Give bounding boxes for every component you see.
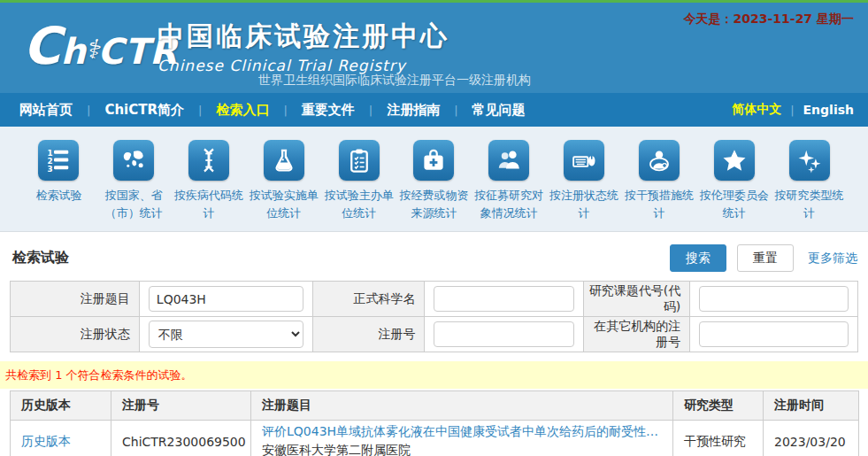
star-icon xyxy=(714,140,755,181)
reg-status-label: 注册状态 xyxy=(11,317,140,352)
table-row: 历史版本 ChiCTR2300069500 评价LQ043H单域抗体雾化液在中国… xyxy=(11,421,859,456)
site-header: 今天是：2023-11-27 星期一 Ch⚕CTR 中国临床试验注册中心 Chi… xyxy=(0,3,868,93)
search-button[interactable]: 搜索 xyxy=(670,244,726,272)
registration-date: 2023/03/20 xyxy=(764,421,859,456)
results-header-row: 历史版本 注册号 注册题目 研究类型 注册时间 xyxy=(11,391,859,421)
other-reg-number-input[interactable] xyxy=(699,321,849,347)
tool-stats-by-country[interactable]: 按国家、省（市）统计 xyxy=(96,140,172,231)
col-title-header: 注册题目 xyxy=(251,391,673,421)
nav-faq[interactable]: 常见问题 xyxy=(467,102,531,119)
medical-bag-icon xyxy=(413,140,454,181)
who-registry-subtitle: 世界卫生组织国际临床试验注册平台一级注册机构 xyxy=(258,73,531,89)
tool-stats-by-recruitment-status[interactable]: 按征募研究对象情况统计 xyxy=(472,140,547,231)
trial-title-link[interactable]: 评价LQ043H单域抗体雾化液在中国健康受试者中单次给药后的耐受性、安全性、..… xyxy=(262,424,665,440)
numbered-list-icon: 123 xyxy=(38,140,79,181)
reset-button[interactable]: 重置 xyxy=(737,244,794,272)
nav-separator: | xyxy=(369,104,373,117)
nav-documents[interactable]: 重要文件 xyxy=(296,102,360,119)
main-nav: 网站首页 | ChiCTR简介 | 检索入口 | 重要文件 | 注册指南 | 常… xyxy=(0,93,868,127)
reg-status-select[interactable]: 不限 xyxy=(149,321,303,348)
study-type: 干预性研究 xyxy=(673,421,764,456)
reg-title-label: 注册题目 xyxy=(11,282,140,317)
tool-stats-by-sponsor-unit[interactable]: 按试验主办单位统计 xyxy=(321,140,396,231)
chictr-logo[interactable]: Ch⚕CTR xyxy=(23,20,178,72)
tool-stats-by-funding-source[interactable]: 按经费或物资来源统计 xyxy=(396,140,472,231)
site-title-block: 中国临床试验注册中心 Chinese Clinical Trial Regist… xyxy=(157,19,449,74)
project-code-label: 研究课题代号(代码) xyxy=(584,282,690,317)
col-regdate-header: 注册时间 xyxy=(764,391,859,421)
search-form: 注册题目 正式科学名 研究课题代号(代码) 注册状态 不限 注册号 在其它机构的… xyxy=(10,281,858,352)
lang-english[interactable]: English xyxy=(803,103,854,117)
keyboard-mouse-icon xyxy=(564,140,604,181)
history-version-link[interactable]: 历史版本 xyxy=(21,434,71,448)
tool-stats-by-study-type[interactable]: 按研究类型统计 xyxy=(772,140,847,231)
lang-simplified-chinese[interactable]: 简体中文 xyxy=(732,102,781,118)
nav-guide[interactable]: 注册指南 xyxy=(381,102,445,119)
search-section-header: 检索试验 搜索 重置 更多筛选 xyxy=(0,232,868,279)
reg-number-input[interactable] xyxy=(434,321,574,347)
result-count-banner: 共检索到 1 个符合检索条件的试验。 xyxy=(0,361,868,389)
sci-name-label: 正式科学名 xyxy=(312,282,425,317)
reg-title-input[interactable] xyxy=(149,286,303,312)
nav-separator: | xyxy=(198,104,202,117)
project-code-input[interactable] xyxy=(699,286,849,312)
nav-search-entry[interactable]: 检索入口 xyxy=(211,102,274,119)
nav-separator: | xyxy=(790,104,794,117)
today-date: 今天是：2023-11-27 星期一 xyxy=(684,12,854,27)
results-table: 历史版本 注册号 注册题目 研究类型 注册时间 历史版本 ChiCTR23000… xyxy=(10,390,859,456)
svg-text:3: 3 xyxy=(48,165,53,174)
clipboard-icon xyxy=(339,140,380,181)
col-history-header: 历史版本 xyxy=(11,391,111,421)
nav-about[interactable]: ChiCTR简介 xyxy=(99,102,189,119)
site-title-cn: 中国临床试验注册中心 xyxy=(157,19,449,55)
search-section-title: 检索试验 xyxy=(12,249,69,267)
tool-stats-by-registration-status[interactable]: 按注册状态统计 xyxy=(547,140,622,231)
dna-icon xyxy=(188,140,229,181)
statistics-toolbar: 123 检索试验 按国家、省（市）统计 按疾病代码统计 按试验实施单位统计 按试… xyxy=(0,127,868,232)
trial-institution: 安徽医科大学第二附属医院 xyxy=(262,443,665,456)
nav-separator: | xyxy=(283,104,287,117)
col-regno-header: 注册号 xyxy=(111,391,251,421)
flask-icon xyxy=(264,140,304,181)
nav-separator: | xyxy=(454,104,457,117)
people-icon xyxy=(488,140,529,181)
reg-number-label: 注册号 xyxy=(312,317,425,352)
sci-name-input[interactable] xyxy=(434,286,574,312)
other-reg-number-label: 在其它机构的注册号 xyxy=(584,317,690,352)
nav-home[interactable]: 网站首页 xyxy=(14,102,78,119)
nav-separator: | xyxy=(87,104,90,117)
tool-stats-by-implementing-unit[interactable]: 按试验实施单位统计 xyxy=(246,140,321,231)
registration-number: ChiCTR2300069500 xyxy=(111,421,251,456)
col-studytype-header: 研究类型 xyxy=(673,391,764,421)
tool-search-trials[interactable]: 123 检索试验 xyxy=(21,140,96,231)
more-filters-link[interactable]: 更多筛选 xyxy=(808,251,857,267)
tool-stats-by-disease-code[interactable]: 按疾病代码统计 xyxy=(172,140,247,231)
world-map-icon xyxy=(113,140,154,181)
tool-stats-by-ethics-committee[interactable]: 按伦理委员会统计 xyxy=(696,140,772,231)
tool-stats-by-intervention[interactable]: 按干预措施统计 xyxy=(622,140,697,231)
sparkles-icon xyxy=(789,140,830,181)
site-title-en: Chinese Clinical Trial Registry xyxy=(157,57,449,74)
doctor-icon xyxy=(639,140,680,181)
